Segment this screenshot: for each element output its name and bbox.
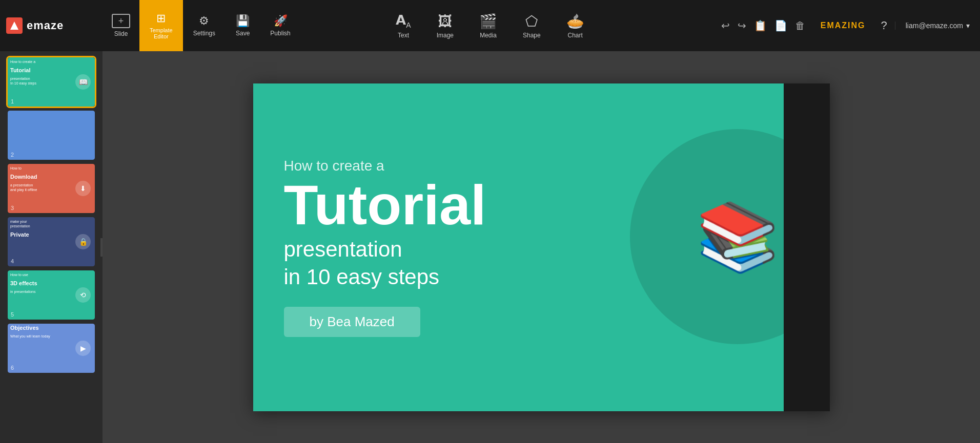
save-icon: 💾	[236, 14, 250, 28]
media-icon: 🎬	[479, 13, 497, 30]
redo-button[interactable]: ↪	[735, 17, 749, 34]
chart-label: Chart	[568, 32, 583, 39]
toolbar-left: + Slide ⊞ Template Editor ⚙ Settings 💾 S…	[103, 0, 301, 51]
toolbar-right: ↩ ↪ 📋 📄 🗑 EMAZING ? liam@emaze.com ▾	[713, 0, 980, 51]
undo-button[interactable]: ↩	[719, 17, 732, 34]
collapse-panel-button[interactable]: «	[100, 238, 103, 257]
shape-label: Shape	[523, 32, 541, 39]
text-tool[interactable]: 𝗔A Text	[391, 0, 416, 51]
settings-gear-icon: ⚙	[199, 14, 209, 28]
user-menu[interactable]: liam@emaze.com ▾	[895, 22, 980, 30]
book-icon: 📚	[696, 203, 779, 270]
slide-5-icon: ⟲	[75, 287, 91, 303]
slide-4-small-text: make yourpresentation	[8, 217, 95, 230]
image-label: Image	[437, 32, 454, 39]
action-icons: ↩ ↪ 📋 📄 🗑	[713, 17, 813, 34]
slide-thumb-2[interactable]: 2	[8, 111, 95, 160]
add-slide-button[interactable]: + Slide	[103, 0, 139, 51]
shape-icon: ⬠	[525, 13, 538, 30]
slide-5-small-text: How to use	[8, 270, 95, 279]
publish-button[interactable]: 🚀 Publish	[260, 0, 300, 51]
slide-title: Tutorial	[284, 176, 486, 233]
slide-thumb-6[interactable]: Objectives What you will learn today ▶ 6	[8, 324, 95, 373]
slide-6-title: Objectives	[8, 324, 95, 332]
slide-thumb-3[interactable]: How to Download a presentationand play i…	[8, 164, 95, 213]
slide-thumb-5-inner: How to use 3D effects in presentations ⟲…	[8, 270, 95, 320]
slide-3-icon: ⬇	[75, 181, 91, 196]
slide-canvas: How to create a Tutorial presentation in…	[253, 83, 830, 411]
slide-6-icon: ▶	[75, 341, 91, 356]
slide-4-icon: 🔒	[75, 234, 91, 249]
slide-thumb-6-inner: Objectives What you will learn today ▶ 6	[8, 324, 95, 373]
black-bar-overlay	[784, 83, 830, 411]
text-label: Text	[398, 32, 409, 39]
slide-thumb-1[interactable]: How to create a Tutorial presentationIn …	[8, 57, 95, 107]
presentation-area: How to create a Tutorial presentation in…	[103, 51, 980, 443]
save-button[interactable]: 💾 Save	[226, 0, 260, 51]
slide-2-number: 2	[11, 152, 14, 158]
slide-5-number: 5	[11, 311, 14, 318]
slide-1-title: Tutorial	[8, 66, 95, 74]
slide-thumb-4[interactable]: make yourpresentation Private 🔒 4	[8, 217, 95, 266]
image-icon: 🖼	[438, 13, 452, 30]
slide-3-title: Download	[8, 173, 95, 181]
emazing-badge[interactable]: EMAZING	[813, 21, 873, 30]
template-editor-icon: ⊞	[156, 12, 166, 25]
slide-panel: How to create a Tutorial presentationIn …	[0, 51, 103, 443]
settings-button[interactable]: ⚙ Settings	[183, 0, 226, 51]
user-email: liam@emaze.com	[906, 22, 963, 30]
slide-thumb-4-inner: make yourpresentation Private 🔒 4	[8, 217, 95, 266]
plus-icon: +	[118, 16, 124, 27]
template-editor-button[interactable]: ⊞ Template Editor	[139, 0, 183, 51]
slide-label: Slide	[114, 30, 128, 37]
slide-3-number: 3	[11, 205, 14, 211]
slide-subtitle: How to create a	[284, 157, 486, 174]
image-tool[interactable]: 🖼 Image	[432, 0, 459, 51]
slide-6-desc: What you will learn today	[8, 332, 95, 341]
save-label: Save	[236, 30, 250, 37]
slide-1-number: 1	[11, 98, 14, 104]
publish-icon: 🚀	[274, 14, 288, 28]
slide-3-small-text: How to	[8, 164, 95, 173]
slide-description: presentation in 10 easy steps	[284, 235, 486, 291]
template-editor-label: Template Editor	[150, 27, 173, 39]
svg-marker-0	[10, 22, 18, 30]
main-content: How to create a Tutorial presentationIn …	[0, 51, 980, 443]
user-dropdown-icon: ▾	[966, 22, 970, 30]
slide-author-button[interactable]: by Bea Mazed	[284, 307, 420, 337]
copy-button[interactable]: 📋	[751, 17, 769, 34]
slide-5-title: 3D effects	[8, 279, 95, 287]
slide-content-left: How to create a Tutorial presentation in…	[284, 157, 486, 336]
media-label: Media	[480, 32, 497, 39]
slide-thumb-3-inner: How to Download a presentationand play i…	[8, 164, 95, 213]
slide-thumb-2-inner: 2	[8, 111, 95, 160]
slide-1-small-text: How to create a	[8, 57, 95, 66]
toolbar-center: 𝗔A Text 🖼 Image 🎬 Media ⬠ Shape 🥧 Chart	[391, 0, 589, 51]
slide-thumb-1-inner: How to create a Tutorial presentationIn …	[8, 57, 95, 107]
text-icon: 𝗔A	[396, 12, 411, 29]
slide-add-box: +	[112, 14, 130, 28]
slide-1-icon: 📖	[75, 74, 91, 90]
topbar: emaze + Slide ⊞ Template Editor ⚙ Settin…	[0, 0, 980, 51]
help-button[interactable]: ?	[873, 19, 895, 32]
settings-label: Settings	[193, 30, 215, 37]
logo-text: emaze	[27, 19, 64, 32]
chart-icon: 🥧	[566, 13, 584, 30]
slide-6-number: 6	[11, 365, 14, 371]
media-tool[interactable]: 🎬 Media	[474, 0, 502, 51]
shape-tool[interactable]: ⬠ Shape	[518, 0, 546, 51]
publish-label: Publish	[270, 30, 290, 37]
slide-thumb-5[interactable]: How to use 3D effects in presentations ⟲…	[8, 270, 95, 320]
chart-tool[interactable]: 🥧 Chart	[561, 0, 589, 51]
emaze-logo-icon	[6, 17, 23, 34]
slide-4-number: 4	[11, 258, 14, 264]
paste-button[interactable]: 📄	[772, 17, 790, 34]
logo-area: emaze	[0, 0, 103, 51]
delete-button[interactable]: 🗑	[792, 17, 808, 34]
